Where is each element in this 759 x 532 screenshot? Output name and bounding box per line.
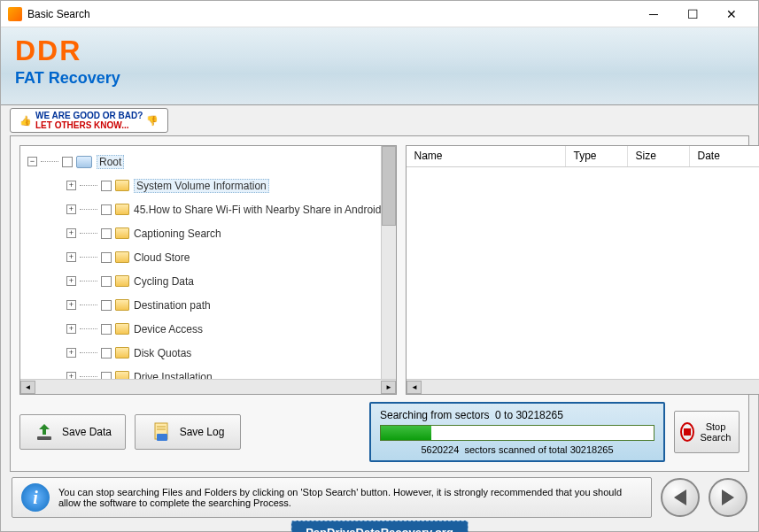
main-panel: − Root +System Volume Information+45.How… [10, 135, 749, 472]
tree-root[interactable]: − Root [20, 150, 381, 173]
maximize-button[interactable]: ☐ [673, 2, 712, 27]
expand-icon[interactable]: + [66, 204, 76, 214]
checkbox[interactable] [101, 228, 112, 239]
tree-item[interactable]: +Cycling Data [20, 269, 381, 293]
checkbox[interactable] [101, 324, 112, 335]
tree-item[interactable]: +Captioning Search [20, 221, 381, 245]
checkbox[interactable] [101, 181, 112, 191]
tree-item[interactable]: +Drive Installation [20, 365, 381, 379]
tree-item[interactable]: +Destination path [20, 293, 381, 317]
folder-icon [115, 371, 129, 379]
column-header[interactable]: Date [690, 146, 759, 166]
tree-item-label: Captioning Search [134, 227, 221, 240]
url-badge[interactable]: PenDriveDataRecovery.org [290, 520, 469, 532]
tree-item-label: Disk Quotas [134, 347, 191, 359]
column-header[interactable]: Type [566, 146, 628, 166]
expand-icon[interactable]: + [66, 252, 76, 262]
prev-button[interactable] [661, 478, 700, 517]
expand-icon[interactable]: + [66, 228, 76, 238]
tree-item[interactable]: +45.How to Share Wi-Fi with Nearby Share… [20, 197, 381, 221]
tree-item[interactable]: +Device Access [20, 317, 381, 341]
tree-item-label: Cycling Data [134, 275, 194, 288]
app-window: Basic Search ─ ☐ ✕ DDR FAT Recovery 👍 WE… [0, 0, 759, 532]
save-data-icon [34, 421, 55, 443]
content-area: 👍 WE ARE GOOD OR BAD? LET OTHERS KNOW...… [1, 105, 758, 531]
footer: i You can stop searching Files and Folde… [10, 477, 749, 518]
info-icon: i [21, 483, 50, 512]
next-button[interactable] [709, 478, 747, 517]
tree-item-label: 45.How to Share Wi-Fi with Nearby Share … [134, 204, 381, 216]
tree-root-label: Root [97, 155, 124, 169]
folder-icon [115, 251, 129, 263]
progress-bar [380, 425, 654, 441]
feedback-line1: WE ARE GOOD OR BAD? [35, 111, 143, 120]
list-body [407, 167, 759, 379]
scroll-left-icon[interactable]: ◄ [407, 381, 422, 394]
feedback-line2: LET OTHERS KNOW... [35, 120, 129, 130]
logo-text: DDR [15, 35, 744, 67]
close-button[interactable]: ✕ [712, 2, 751, 27]
folder-icon [115, 323, 129, 335]
expand-icon[interactable]: + [66, 324, 76, 334]
save-data-label: Save Data [62, 426, 112, 438]
svg-rect-2 [157, 434, 167, 441]
stop-icon [680, 422, 694, 442]
tree-item[interactable]: +System Volume Information [20, 173, 381, 197]
tree-item-label: Cloud Store [134, 251, 190, 264]
list-hscrollbar[interactable]: ◄ ► [407, 379, 759, 394]
thumbs-down-icon: 👎 [146, 115, 159, 127]
svg-rect-0 [37, 436, 51, 440]
progress-label: Searching from sectors 0 to 30218265 [380, 409, 654, 421]
expand-icon[interactable]: + [66, 372, 76, 379]
expand-icon[interactable]: + [66, 348, 76, 358]
scroll-right-icon[interactable]: ► [381, 381, 396, 394]
app-icon [8, 7, 22, 21]
folder-icon [115, 275, 129, 287]
banner-subtitle: FAT Recovery [15, 69, 744, 88]
tree-item-label: Destination path [134, 299, 211, 312]
arrow-right-icon [722, 490, 734, 505]
expand-icon[interactable]: + [66, 276, 76, 286]
expand-icon[interactable]: + [66, 181, 76, 190]
column-header[interactable]: Name [407, 146, 566, 166]
drive-icon [76, 156, 92, 168]
minimize-button[interactable]: ─ [634, 2, 673, 27]
checkbox[interactable] [101, 276, 112, 287]
checkbox[interactable] [101, 300, 112, 311]
tree-hscrollbar[interactable]: ◄ ► [20, 379, 396, 394]
folder-icon [115, 347, 129, 359]
window-title: Basic Search [27, 8, 634, 20]
action-row: Save Data Save Log Searching from sector… [19, 402, 740, 462]
folder-icon [115, 299, 129, 311]
checkbox[interactable] [101, 372, 112, 380]
checkbox[interactable] [101, 252, 112, 263]
titlebar: Basic Search ─ ☐ ✕ [1, 1, 758, 27]
arrow-left-icon [674, 490, 686, 505]
info-text: You can stop searching Files and Folders… [58, 487, 642, 508]
thumbs-up-icon: 👍 [19, 115, 32, 127]
tree-vscrollbar[interactable] [381, 146, 396, 379]
tree-item[interactable]: +Cloud Store [20, 245, 381, 269]
list-header: NameTypeSizeDateTime [407, 146, 759, 167]
feedback-bar: 👍 WE ARE GOOD OR BAD? LET OTHERS KNOW...… [10, 111, 749, 130]
folder-icon [115, 204, 129, 215]
stop-search-button[interactable]: Stop Search [674, 411, 740, 453]
collapse-icon[interactable]: − [27, 157, 37, 166]
checkbox[interactable] [62, 157, 73, 167]
folder-tree[interactable]: − Root +System Volume Information+45.How… [20, 146, 381, 379]
tree-item-label: Drive Installation [134, 371, 213, 380]
folder-icon [115, 227, 129, 239]
column-header[interactable]: Size [628, 146, 690, 166]
save-data-button[interactable]: Save Data [19, 414, 126, 450]
checkbox[interactable] [101, 348, 112, 359]
tree-item[interactable]: +Disk Quotas [20, 341, 381, 365]
progress-status: 5620224 sectors scanned of total 3021826… [380, 444, 654, 455]
checkbox[interactable] [101, 204, 112, 215]
tree-item-label: System Volume Information [134, 179, 269, 193]
save-log-button[interactable]: Save Log [135, 414, 241, 450]
stop-search-label: Stop Search [698, 421, 733, 443]
save-log-label: Save Log [180, 426, 225, 438]
scroll-left-icon[interactable]: ◄ [20, 381, 35, 394]
expand-icon[interactable]: + [66, 300, 76, 310]
feedback-link[interactable]: 👍 WE ARE GOOD OR BAD? LET OTHERS KNOW...… [10, 108, 168, 133]
